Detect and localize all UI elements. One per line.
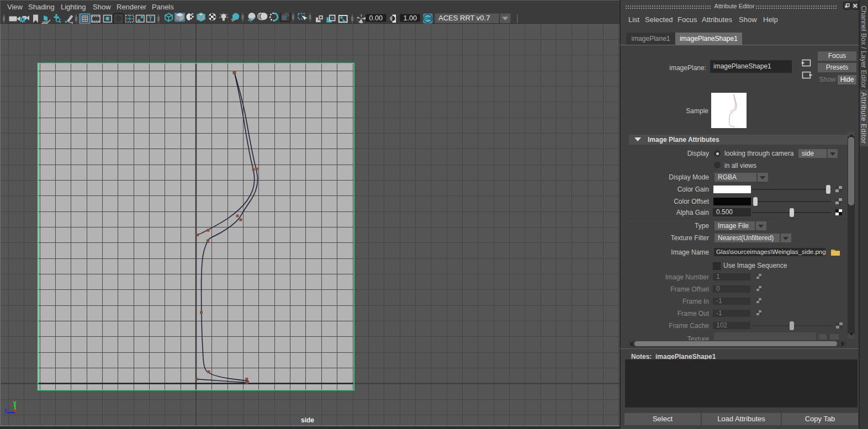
svg-text:ACES RRT v0.7: ACES RRT v0.7	[438, 14, 490, 22]
svg-text:T: T	[149, 16, 152, 22]
svg-text:z: z	[4, 407, 7, 414]
svg-text:y: y	[13, 400, 17, 406]
svg-text:1.00: 1.00	[404, 14, 417, 22]
svg-text:side: side	[301, 416, 314, 424]
svg-text:ON: ON	[425, 16, 431, 21]
svg-text:0.00: 0.00	[369, 14, 383, 22]
